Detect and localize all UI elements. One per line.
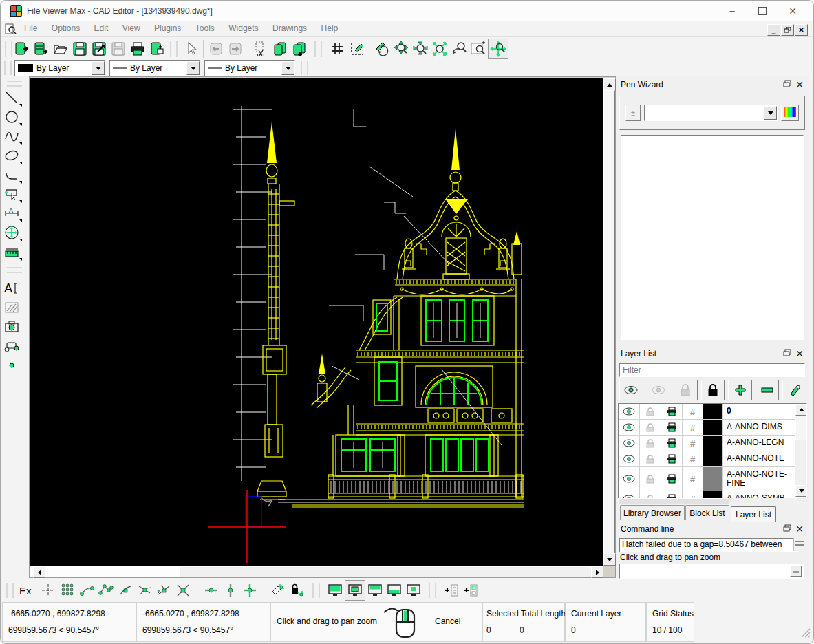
scroll-up-button[interactable] — [795, 404, 807, 416]
zoom-dynamic-button[interactable] — [392, 39, 411, 58]
pen-wizard-list[interactable] — [621, 135, 804, 340]
layer-lock-icon[interactable] — [640, 420, 661, 435]
grid-toggle-button[interactable] — [328, 39, 347, 58]
select-rectangle-tool-button[interactable] — [1, 184, 23, 204]
copy-button[interactable] — [270, 39, 290, 58]
hatch-tool-button[interactable] — [1, 298, 23, 317]
toolbar-grip[interactable] — [429, 583, 436, 598]
tab-layer-list[interactable]: Layer List — [731, 506, 776, 522]
linetype-combo[interactable]: By Layer — [109, 60, 200, 76]
float-pane-icon[interactable] — [783, 80, 791, 89]
scroll-left-button[interactable] — [33, 566, 45, 578]
layer-visible-icon[interactable] — [619, 436, 640, 451]
layer-visible-icon[interactable] — [619, 451, 640, 466]
snap-lock-button[interactable] — [288, 581, 307, 600]
layer-color-swatch[interactable] — [703, 420, 723, 435]
view-window-button[interactable] — [345, 580, 365, 601]
horizontal-snap-button[interactable] — [202, 581, 221, 600]
cut-button[interactable] — [251, 39, 270, 58]
layer-name[interactable]: 0 — [723, 404, 795, 419]
layer-visible-icon[interactable] — [619, 420, 640, 435]
menu-plugins[interactable]: Plugins — [149, 21, 186, 35]
float-pane-icon[interactable] — [783, 524, 791, 534]
layer-hash-icon[interactable]: # — [683, 451, 703, 466]
zoom-extents-button[interactable] — [430, 39, 449, 58]
menu-tools[interactable]: Tools — [190, 21, 220, 35]
vertical-scroll-thumb[interactable] — [603, 90, 615, 554]
layer-name[interactable]: A-ANNO-DIMS — [723, 420, 795, 435]
layer-name[interactable]: A-ANNO-NOTE-FINE — [723, 467, 795, 491]
move-tool-button[interactable] — [1, 223, 23, 242]
document-search-icon[interactable] — [5, 23, 17, 37]
layer-row[interactable]: #0 — [619, 404, 795, 420]
layer-lock-icon[interactable] — [640, 451, 661, 466]
tangent-snap-button[interactable] — [135, 581, 154, 600]
intersection-snap-button[interactable] — [173, 581, 193, 600]
command-output[interactable]: Hatch failed due to a gap=8.50467 betwee… — [619, 538, 798, 552]
layer-row[interactable]: #A-ANNO-NOTE-FINE — [619, 467, 795, 491]
remove-layer-button[interactable] — [756, 380, 780, 400]
cancel-label[interactable]: Cancel — [435, 616, 460, 626]
text-tool-button[interactable]: A — [1, 279, 23, 298]
layer-lock-icon[interactable] — [640, 404, 661, 419]
print-button[interactable] — [128, 39, 147, 58]
layer-hash-icon[interactable]: # — [683, 467, 703, 491]
grid-points-button[interactable] — [58, 581, 77, 600]
layer-color-swatch[interactable] — [703, 451, 723, 466]
scroll-down-button[interactable] — [795, 485, 807, 497]
layer-table-hscrollbar[interactable] — [618, 498, 806, 504]
open-button[interactable] — [51, 39, 70, 58]
close-button[interactable]: ✕ — [778, 1, 808, 21]
add-layer-button[interactable] — [728, 380, 752, 400]
menu-options[interactable]: Options — [46, 21, 85, 35]
layer-filter-input[interactable] — [619, 363, 805, 377]
lock-all-button[interactable] — [701, 380, 725, 400]
vertical-snap-button[interactable] — [221, 581, 240, 600]
pen-color-button[interactable] — [781, 105, 799, 121]
chevron-down-icon[interactable] — [186, 61, 200, 75]
canvas-vertical-scrollbar[interactable] — [603, 78, 614, 566]
ellipse-tool-button[interactable] — [1, 146, 23, 165]
command-input[interactable] — [619, 564, 804, 579]
select-button[interactable] — [181, 39, 200, 58]
float-pane-icon[interactable] — [783, 349, 791, 358]
nearest-snap-button[interactable] — [116, 581, 135, 600]
layer-row[interactable]: #A-ANNO-LEGN — [619, 436, 795, 451]
dimension-text-tool-button[interactable]: A — [1, 204, 23, 223]
pan-zoom-button[interactable] — [488, 39, 508, 59]
mdi-minimize-button[interactable]: _ — [767, 24, 780, 36]
command-input-button[interactable] — [790, 566, 802, 577]
undo-button[interactable] — [206, 39, 226, 58]
menu-widgets[interactable]: Widgets — [223, 21, 264, 35]
layer-row[interactable]: #A-ANNO-NOTE — [619, 451, 795, 467]
center-snap-button[interactable] — [240, 581, 259, 600]
tab-library-browser[interactable]: Library Browser — [620, 505, 685, 520]
layer-print-icon[interactable] — [661, 404, 683, 419]
view-bottom-button[interactable] — [325, 581, 345, 600]
redo-button[interactable] — [226, 39, 245, 58]
canvas-horizontal-scrollbar[interactable] — [30, 566, 603, 577]
minimize-button[interactable]: – — [717, 1, 747, 21]
horizontal-scroll-thumb[interactable] — [179, 566, 593, 577]
point-tool-button[interactable] — [1, 356, 23, 375]
tab-block-list[interactable]: Block List — [685, 505, 729, 520]
hide-all-button[interactable] — [647, 380, 671, 400]
layer-lock-icon[interactable] — [640, 467, 661, 491]
view-top-button[interactable] — [365, 581, 385, 600]
layer-hash-icon[interactable]: # — [683, 436, 703, 451]
zoom-window-button[interactable] — [469, 39, 488, 58]
command-output-scrollbar[interactable] — [793, 538, 805, 551]
lineweight-combo[interactable]: By Layer — [204, 60, 295, 76]
spline-tool-button[interactable] — [1, 127, 23, 146]
perpendicular-snap-button[interactable] — [154, 581, 173, 600]
close-pane-icon[interactable]: ✕ — [795, 80, 804, 89]
mdi-close-button[interactable]: ✕ — [795, 24, 808, 36]
unlock-all-button[interactable] — [674, 380, 698, 400]
save-button[interactable] — [70, 39, 89, 58]
add-image-button[interactable] — [461, 581, 480, 600]
layer-print-icon[interactable] — [661, 467, 683, 491]
pen-style-combo[interactable] — [644, 105, 778, 121]
layer-color-swatch[interactable] — [703, 467, 723, 491]
paste-button[interactable] — [290, 39, 309, 58]
layer-visible-icon[interactable] — [619, 467, 640, 491]
